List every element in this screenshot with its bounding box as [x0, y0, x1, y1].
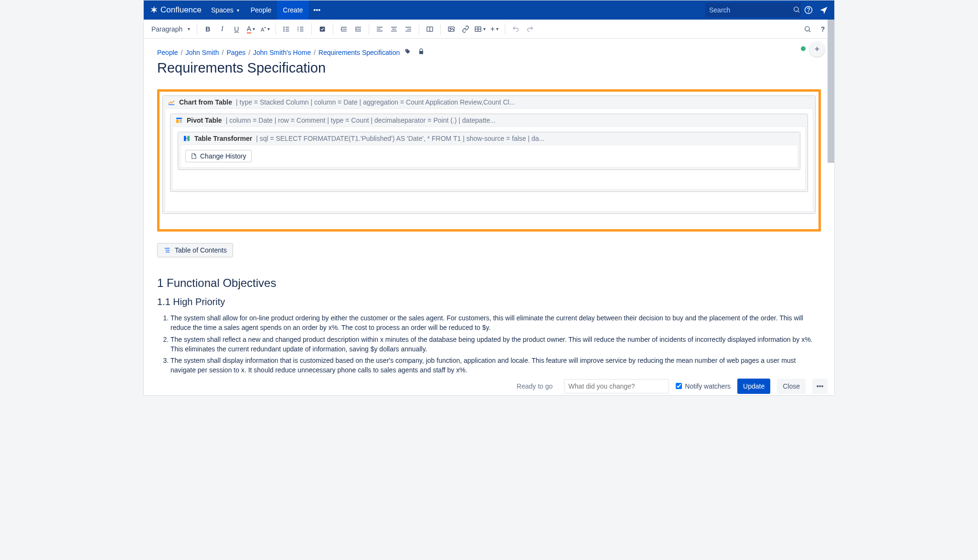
- svg-rect-44: [176, 120, 179, 123]
- macro-chart-from-table[interactable]: Chart from Table | type = Stacked Column…: [162, 95, 816, 214]
- footer-more-button[interactable]: •••: [812, 379, 828, 394]
- list-item[interactable]: The system shall display information tha…: [170, 356, 821, 375]
- svg-rect-47: [187, 136, 190, 141]
- image-button[interactable]: [445, 22, 458, 36]
- editor-toolbar: Paragraph B I U A A• 123: [144, 20, 834, 39]
- help-icon[interactable]: [801, 6, 816, 14]
- app-logo[interactable]: ✶ Confluence: [147, 5, 205, 15]
- notify-watchers-toggle[interactable]: Notify watchers: [676, 382, 731, 390]
- pivot-icon: [175, 116, 183, 124]
- numbered-list-button[interactable]: 123: [294, 22, 308, 36]
- svg-rect-46: [184, 136, 186, 141]
- redo-button[interactable]: [523, 22, 537, 36]
- page-content[interactable]: 1 Functional Objectives 1.1 High Priorit…: [157, 276, 821, 375]
- bullet-list-button[interactable]: [280, 22, 293, 36]
- macro-name: Table Transformer: [194, 135, 252, 142]
- scrollbar[interactable]: [828, 20, 834, 163]
- add-content-fab[interactable]: +: [809, 42, 825, 57]
- search-icon: [793, 6, 800, 15]
- heading-1-1[interactable]: 1.1 High Priority: [157, 296, 821, 307]
- close-button[interactable]: Close: [777, 379, 806, 394]
- page-title[interactable]: Requirements Specification: [157, 60, 821, 76]
- svg-point-35: [450, 28, 451, 29]
- page-icon: [191, 153, 197, 159]
- svg-point-6: [284, 29, 284, 29]
- top-nav: ✶ Confluence Spaces People Create •••: [144, 0, 834, 20]
- svg-text:3: 3: [298, 30, 299, 32]
- bold-button[interactable]: B: [201, 22, 214, 36]
- macro-name: Chart from Table: [179, 98, 232, 106]
- highlighted-macro-block: Chart from Table | type = Stacked Column…: [157, 89, 821, 232]
- status-text: Ready to go: [517, 382, 553, 390]
- table-button[interactable]: [473, 22, 487, 36]
- svg-point-0: [794, 7, 798, 11]
- breadcrumb: People/ John Smith/ Pages/ John Smith's …: [157, 48, 821, 56]
- text-color-button[interactable]: A: [244, 22, 257, 36]
- nav-more[interactable]: •••: [308, 0, 325, 20]
- breadcrumb-link[interactable]: John Smith: [185, 49, 219, 56]
- breadcrumb-link[interactable]: John Smith's Home: [253, 49, 311, 56]
- macro-params: | column = Date | row = Comment | type =…: [226, 116, 496, 124]
- svg-line-40: [809, 31, 810, 32]
- editor-footer: Ready to go Notify watchers Update Close…: [144, 376, 834, 395]
- svg-rect-16: [320, 26, 325, 32]
- svg-line-1: [798, 11, 799, 12]
- underline-button[interactable]: U: [230, 22, 243, 36]
- change-comment-input[interactable]: [564, 379, 669, 393]
- svg-point-39: [805, 26, 809, 31]
- svg-point-3: [808, 11, 809, 12]
- align-right-button[interactable]: [402, 22, 415, 36]
- collab-status-icon: [801, 46, 806, 51]
- more-formatting-button[interactable]: A•: [258, 22, 272, 36]
- change-history-chip[interactable]: Change History: [185, 150, 252, 162]
- list-item[interactable]: The system shall reflect a new and chang…: [170, 335, 821, 354]
- search-box[interactable]: [705, 3, 801, 17]
- find-replace-button[interactable]: [801, 22, 814, 36]
- macro-toc[interactable]: Table of Contents: [157, 243, 233, 257]
- nav-people[interactable]: People: [245, 0, 277, 20]
- breadcrumb-link[interactable]: Requirements Specification: [319, 49, 400, 56]
- svg-point-8: [284, 31, 284, 31]
- breadcrumb-link[interactable]: People: [157, 49, 178, 56]
- undo-button[interactable]: [509, 22, 522, 36]
- toc-icon: [163, 246, 171, 254]
- breadcrumb-link[interactable]: Pages: [226, 49, 245, 56]
- link-button[interactable]: [459, 22, 472, 36]
- macro-pivot-table[interactable]: Pivot Table | column = Date | row = Comm…: [170, 114, 808, 192]
- macro-params: | type = Stacked Column | column = Date …: [236, 98, 515, 106]
- search-input[interactable]: [709, 6, 793, 14]
- confluence-icon: ✶: [150, 5, 158, 15]
- heading-1[interactable]: 1 Functional Objectives: [157, 276, 821, 290]
- svg-rect-45: [180, 120, 182, 123]
- indent-button[interactable]: [351, 22, 365, 36]
- create-button[interactable]: Create: [277, 0, 308, 20]
- app-name: Confluence: [160, 5, 202, 15]
- notifications-icon[interactable]: [816, 6, 831, 14]
- list-item[interactable]: The system shall allow for on-line produ…: [170, 313, 821, 333]
- macro-table-transformer[interactable]: Table Transformer | sql = SELECT FORMATD…: [178, 132, 800, 170]
- labels-icon[interactable]: [403, 48, 413, 56]
- task-list-button[interactable]: [316, 22, 329, 36]
- paragraph-style-select[interactable]: Paragraph: [149, 25, 193, 33]
- layout-button[interactable]: [423, 22, 436, 36]
- svg-rect-42: [169, 105, 174, 105]
- macro-params: | sql = SELECT FORMATDATE(T1.'Published'…: [256, 135, 544, 142]
- outdent-button[interactable]: [337, 22, 351, 36]
- align-left-button[interactable]: [373, 22, 386, 36]
- restrictions-icon[interactable]: [416, 48, 426, 56]
- align-center-button[interactable]: [387, 22, 401, 36]
- chart-icon: [168, 98, 175, 106]
- svg-point-41: [406, 50, 407, 51]
- svg-point-4: [284, 27, 284, 27]
- update-button[interactable]: Update: [737, 379, 770, 394]
- nav-spaces[interactable]: Spaces: [205, 0, 245, 20]
- macro-name: Pivot Table: [187, 116, 222, 124]
- notify-checkbox[interactable]: [676, 383, 682, 389]
- insert-more-button[interactable]: +: [488, 22, 501, 36]
- editor-body[interactable]: + People/ John Smith/ Pages/ John Smith'…: [144, 39, 834, 377]
- italic-button[interactable]: I: [215, 22, 229, 36]
- svg-rect-43: [176, 118, 182, 119]
- transformer-icon: [183, 135, 191, 142]
